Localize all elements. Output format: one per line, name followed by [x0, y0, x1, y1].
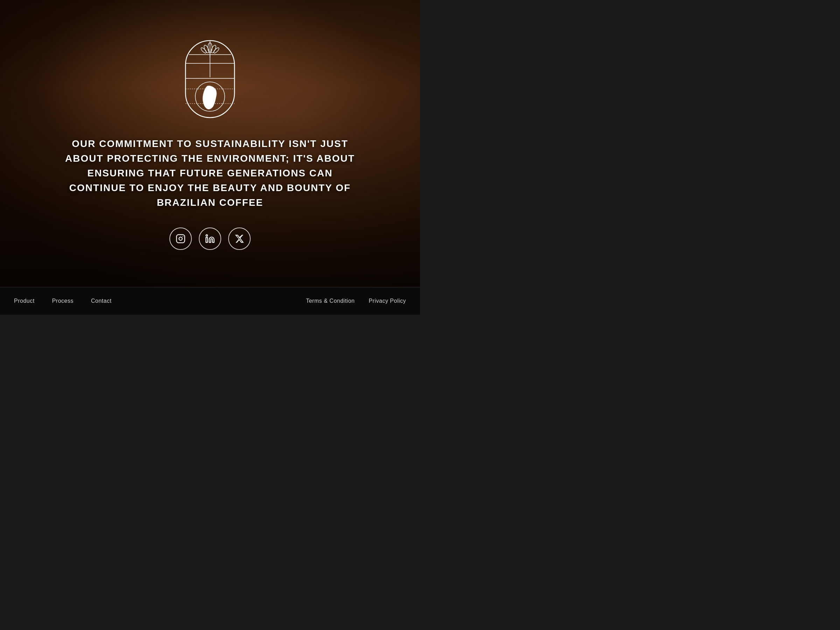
svg-point-8 — [213, 47, 220, 54]
quote-text: OUR COMMITMENT TO SUSTAINABILITY ISN'T J… — [60, 136, 360, 210]
logo-svg — [182, 37, 238, 121]
svg-point-15 — [179, 237, 182, 240]
svg-point-16 — [182, 236, 183, 237]
footer-nav-process[interactable]: Process — [52, 298, 74, 304]
linkedin-icon — [205, 234, 215, 243]
svg-point-18 — [206, 235, 208, 236]
hero-section: OUR COMMITMENT TO SUSTAINABILITY ISN'T J… — [0, 0, 420, 287]
hero-quote: OUR COMMITMENT TO SUSTAINABILITY ISN'T J… — [52, 136, 368, 210]
x-twitter-icon — [235, 234, 244, 243]
svg-rect-17 — [206, 238, 208, 243]
social-icons-group — [169, 227, 251, 250]
instagram-button[interactable] — [169, 227, 192, 250]
svg-rect-14 — [177, 235, 185, 243]
linkedin-button[interactable] — [199, 227, 221, 250]
footer: Product Process Contact Terms & Conditio… — [0, 287, 420, 315]
twitter-button[interactable] — [228, 227, 251, 250]
footer-nav: Product Process Contact — [14, 298, 112, 304]
footer-nav-product[interactable]: Product — [14, 298, 35, 304]
brand-logo — [182, 37, 238, 123]
footer-terms-link[interactable]: Terms & Condition — [306, 298, 355, 304]
page-wrapper: OUR COMMITMENT TO SUSTAINABILITY ISN'T J… — [0, 0, 420, 315]
footer-nav-contact[interactable]: Contact — [91, 298, 112, 304]
footer-privacy-link[interactable]: Privacy Policy — [369, 298, 406, 304]
instagram-icon — [176, 234, 185, 243]
svg-point-6 — [200, 47, 207, 54]
footer-legal: Terms & Condition Privacy Policy — [306, 298, 406, 304]
